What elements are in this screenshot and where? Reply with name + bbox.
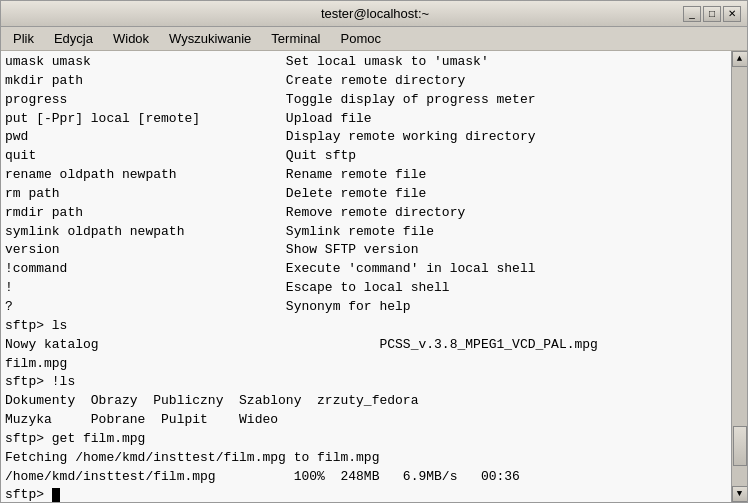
menu-bar: Plik Edycja Widok Wyszukiwanie Terminal …	[1, 27, 747, 51]
menu-terminal[interactable]: Terminal	[263, 29, 328, 48]
scroll-track[interactable]	[732, 67, 747, 486]
window-controls: _ □ ✕	[683, 6, 741, 22]
close-button[interactable]: ✕	[723, 6, 741, 22]
menu-plik[interactable]: Plik	[5, 29, 42, 48]
menu-pomoc[interactable]: Pomoc	[332, 29, 388, 48]
maximize-button[interactable]: □	[703, 6, 721, 22]
menu-widok[interactable]: Widok	[105, 29, 157, 48]
terminal-cursor	[52, 488, 60, 502]
terminal-area[interactable]: umask umask Set local umask to 'umask' m…	[1, 51, 747, 502]
window-title: tester@localhost:~	[67, 6, 683, 21]
menu-wyszukiwanie[interactable]: Wyszukiwanie	[161, 29, 259, 48]
title-bar: tester@localhost:~ _ □ ✕	[1, 1, 747, 27]
menu-edycja[interactable]: Edycja	[46, 29, 101, 48]
scroll-thumb[interactable]	[733, 426, 747, 466]
scrollbar: ▲ ▼	[731, 51, 747, 502]
terminal-output[interactable]: umask umask Set local umask to 'umask' m…	[1, 51, 731, 502]
scroll-up-button[interactable]: ▲	[732, 51, 748, 67]
scroll-down-button[interactable]: ▼	[732, 486, 748, 502]
terminal-window: tester@localhost:~ _ □ ✕ Plik Edycja Wid…	[0, 0, 748, 503]
minimize-button[interactable]: _	[683, 6, 701, 22]
